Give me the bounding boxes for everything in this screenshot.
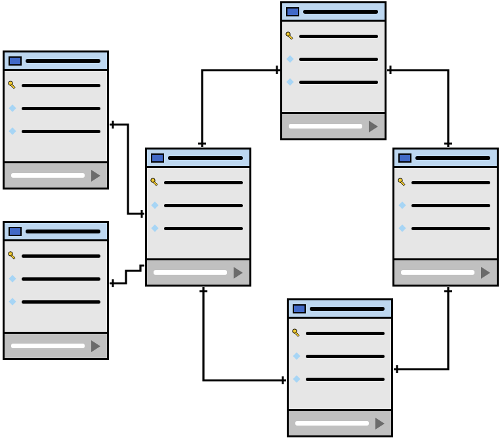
- table-header-badge: [151, 153, 164, 163]
- table-title-placeholder: [310, 307, 385, 311]
- svg-rect-3: [9, 127, 16, 134]
- primary-key-icon: [397, 177, 408, 188]
- table-column-row: [7, 296, 100, 307]
- field-icon: [7, 126, 18, 136]
- table-title-placeholder: [26, 230, 100, 233]
- table-title-placeholder: [303, 10, 378, 14]
- table-column-row: [150, 177, 243, 188]
- column-name-placeholder: [164, 227, 243, 230]
- column-name-placeholder: [22, 277, 100, 281]
- table-header: [282, 3, 385, 22]
- table-columns: [289, 319, 391, 405]
- db-table-3: [145, 148, 251, 287]
- table-header-badge: [9, 227, 22, 236]
- column-name-placeholder: [22, 107, 100, 110]
- table-title-placeholder: [26, 59, 100, 63]
- footer-progress-bar: [289, 124, 362, 129]
- column-name-placeholder: [299, 58, 378, 61]
- table-column-row: [397, 200, 490, 210]
- table-columns: [394, 168, 497, 254]
- db-table-4: [280, 1, 387, 140]
- database-schema-diagram: [0, 0, 504, 440]
- svg-rect-22: [398, 201, 406, 209]
- play-icon: [234, 267, 243, 279]
- svg-rect-21: [400, 181, 405, 186]
- table-column-row: [291, 351, 385, 361]
- db-table-5: [287, 298, 393, 437]
- column-name-placeholder: [164, 204, 243, 207]
- table-title-placeholder: [415, 156, 490, 160]
- table-title-placeholder: [168, 156, 243, 160]
- column-name-placeholder: [22, 130, 100, 133]
- table-column-row: [285, 31, 378, 41]
- table-header: [5, 52, 107, 71]
- column-name-placeholder: [411, 204, 490, 207]
- column-name-placeholder: [299, 35, 378, 38]
- table-header-badge: [293, 304, 306, 313]
- table-header-badge: [398, 153, 411, 163]
- field-icon: [7, 273, 18, 284]
- primary-key-icon: [7, 80, 18, 90]
- field-icon: [150, 223, 160, 233]
- table-columns: [5, 241, 107, 328]
- field-icon: [7, 296, 18, 307]
- field-icon: [7, 103, 18, 113]
- table-column-row: [291, 328, 385, 338]
- svg-rect-7: [9, 298, 16, 305]
- svg-rect-23: [398, 224, 406, 231]
- column-name-placeholder: [306, 355, 385, 358]
- db-table-1: [3, 50, 109, 190]
- table-header: [394, 150, 497, 168]
- table-footer: [282, 112, 385, 138]
- table-header: [147, 150, 249, 168]
- column-name-placeholder: [164, 181, 243, 184]
- footer-progress-bar: [401, 270, 474, 275]
- table-column-row: [7, 103, 100, 113]
- column-name-placeholder: [411, 227, 490, 230]
- play-icon: [369, 121, 378, 132]
- table-header-badge: [286, 7, 299, 16]
- field-icon: [285, 77, 295, 87]
- column-name-placeholder: [411, 181, 490, 184]
- table-column-row: [7, 80, 100, 90]
- primary-key-icon: [7, 250, 18, 261]
- play-icon: [91, 340, 100, 352]
- svg-rect-2: [9, 104, 16, 111]
- table-header: [289, 300, 391, 319]
- table-column-row: [150, 223, 243, 233]
- footer-progress-bar: [154, 270, 227, 275]
- field-icon: [397, 200, 408, 210]
- svg-rect-11: [151, 224, 158, 231]
- svg-rect-14: [286, 55, 293, 62]
- column-name-placeholder: [22, 254, 100, 258]
- svg-rect-6: [9, 275, 16, 282]
- svg-rect-1: [10, 84, 15, 89]
- table-header: [5, 223, 107, 241]
- field-icon: [285, 54, 295, 64]
- column-name-placeholder: [22, 84, 100, 87]
- table-column-row: [285, 77, 378, 87]
- field-icon: [291, 374, 302, 384]
- table-column-row: [150, 200, 243, 210]
- footer-progress-bar: [295, 421, 369, 426]
- field-icon: [397, 223, 408, 233]
- field-icon: [150, 200, 160, 210]
- footer-progress-bar: [11, 173, 85, 178]
- svg-rect-17: [295, 332, 299, 336]
- table-footer: [5, 161, 107, 188]
- table-footer: [289, 409, 391, 435]
- footer-progress-bar: [11, 344, 85, 348]
- svg-rect-9: [153, 181, 158, 186]
- column-name-placeholder: [22, 300, 100, 304]
- play-icon: [375, 418, 385, 430]
- primary-key-icon: [285, 31, 295, 41]
- play-icon: [481, 267, 490, 279]
- table-column-row: [397, 223, 490, 233]
- table-footer: [5, 332, 107, 358]
- svg-rect-19: [293, 375, 300, 382]
- table-column-row: [7, 273, 100, 284]
- db-table-2: [3, 221, 109, 360]
- table-column-row: [291, 374, 385, 384]
- svg-rect-10: [151, 201, 158, 209]
- table-column-row: [7, 126, 100, 136]
